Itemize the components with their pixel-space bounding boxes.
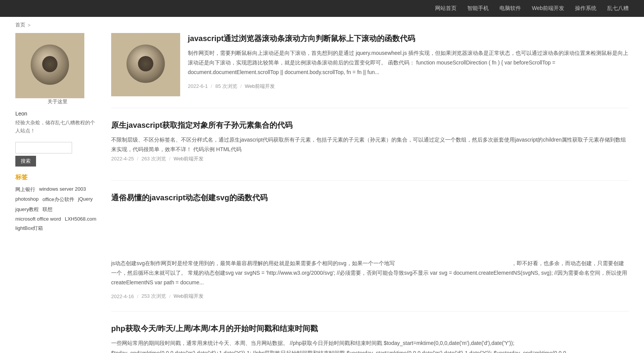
article-meta: 2022-4-16 / 253 次浏览 / Web前端开发 [111, 293, 629, 300]
article-title[interactable]: 原生javascript获取指定对象所有子孙元素集合的代码 [111, 120, 629, 130]
article-views: 85 次浏览 [215, 83, 237, 90]
sidebar-username: Leon [15, 111, 100, 117]
article-date: 2022-4-16 [111, 294, 134, 299]
article-title[interactable]: javascript通过浏览器滚动条滚动方向判断鼠标上下滚动的函数代码 [188, 33, 629, 44]
article-excerpt: js动态创建svg在制作网页时是经常使用到的，最简单最容易理解的用处就是如果需要… [111, 208, 629, 288]
sidebar-tag[interactable]: microsoft office word [15, 216, 61, 222]
article-category[interactable]: Web前端开发 [245, 83, 275, 90]
sidebar-tag[interactable]: photoshop [15, 196, 39, 203]
nav-item-software[interactable]: 电脑软件 [499, 5, 521, 12]
sidebar-tag[interactable]: jQuery [78, 196, 93, 203]
article-excerpt: 不限制层级、不区分标签名、不区分样式名，通过原生javascript代码获取所有… [111, 135, 629, 163]
article-content: 原生javascript获取指定对象所有子孙元素集合的代码 不限制层级、不区分标… [111, 120, 629, 169]
sidebar-tag[interactable]: lightBox灯箱 [15, 225, 43, 232]
article-date: 2022-4-25 [111, 154, 134, 163]
sidebar-tag[interactable]: 联想 [43, 206, 53, 213]
sidebar: 关于这里 Leon 经验大杂烩，储存乱七八糟教程的个人站点！ 搜索 标签 网上银… [15, 33, 100, 353]
tags-title: 标签 [15, 173, 100, 181]
article-category[interactable]: Web前端开发 [174, 154, 204, 163]
sidebar-avatar-label: 关于这里 [15, 98, 100, 105]
breadcrumb-home[interactable]: 首页 [15, 21, 25, 28]
search-button[interactable]: 搜索 [15, 156, 36, 167]
meta-sep1: / [137, 154, 138, 163]
articles-list: javascript通过浏览器滚动条滚动方向判断鼠标上下滚动的函数代码 制作网页… [111, 33, 629, 353]
nav-item-home[interactable]: 网站首页 [435, 5, 457, 12]
article-meta: 2022-4-25 / 263 次浏览 / Web前端开发 [111, 154, 629, 163]
sidebar-search-area: 搜索 [15, 142, 100, 167]
article-content: 通俗易懂的javascript动态创建svg的函数代码 js动态创建svg在制作… [111, 192, 629, 300]
article-item: javascript通过浏览器滚动条滚动方向判断鼠标上下滚动的函数代码 制作网页… [111, 33, 629, 108]
article-excerpt: 制作网页时，需要判断鼠标向上滚动还是向下滚动，首先想到的是通过 jquery.m… [188, 48, 629, 78]
article-thumbnail [111, 33, 180, 96]
breadcrumb: 首页 > [0, 17, 644, 33]
article-thumb-img [111, 33, 180, 96]
meta-sep1: / [137, 294, 138, 299]
nav-item-misc[interactable]: 乱七八糟 [607, 5, 629, 12]
meta-sep1: / [211, 83, 212, 89]
top-nav: 网站首页 智能手机 电脑软件 Web前端开发 操作系统 乱七八糟 [0, 0, 644, 17]
article-views: 263 次浏览 [141, 154, 166, 163]
nav-item-webdev[interactable]: Web前端开发 [532, 5, 564, 12]
article-category[interactable]: Web前端开发 [174, 293, 204, 300]
meta-sep2: / [169, 294, 171, 299]
breadcrumb-sep: > [28, 22, 31, 28]
article-views: 253 次浏览 [141, 293, 166, 300]
meta-sep2: / [169, 154, 171, 163]
article-excerpt: 一些网站常用的期间段时间戳，通常用来统计今天、本周、当月网站数据。 //php获… [111, 338, 629, 353]
nav-item-os[interactable]: 操作系统 [575, 5, 596, 12]
meta-sep2: / [240, 83, 242, 89]
article-meta: 2022-6-1 / 85 次浏览 / Web前端开发 [188, 83, 629, 90]
sidebar-tag[interactable]: windows server 2003 [39, 186, 86, 193]
article-item: 通俗易懂的javascript动态创建svg的函数代码 js动态创建svg在制作… [111, 192, 629, 312]
article-content: javascript通过浏览器滚动条滚动方向判断鼠标上下滚动的函数代码 制作网页… [188, 33, 629, 96]
sidebar-tag[interactable]: LXH5068.com [65, 216, 96, 222]
tags-container: 网上银行windows server 2003photoshopoffice办公… [15, 186, 100, 232]
article-title[interactable]: 通俗易懂的javascript动态创建svg的函数代码 [111, 192, 629, 203]
article-item: php获取今天/昨天/上周/本周/本月的开始时间戳和结束时间戳 一些网站常用的期… [111, 323, 629, 353]
sidebar-tag[interactable]: jquery教程 [15, 206, 39, 213]
main-container: 关于这里 Leon 经验大杂烩，储存乱七八糟教程的个人站点！ 搜索 标签 网上银… [0, 33, 644, 353]
article-date: 2022-6-1 [188, 83, 208, 89]
sidebar-avatar-image [15, 33, 84, 98]
sidebar-desc: 经验大杂烩，储存乱七八糟教程的个人站点！ [15, 119, 100, 135]
nav-item-smartphone[interactable]: 智能手机 [467, 5, 489, 12]
article-content: php获取今天/昨天/上周/本周/本月的开始时间戳和结束时间戳 一些网站常用的期… [111, 323, 629, 353]
article-item: 原生javascript获取指定对象所有子孙元素集合的代码 不限制层级、不区分标… [111, 120, 629, 181]
search-input[interactable] [15, 142, 72, 153]
sidebar-tag[interactable]: office办公软件 [43, 196, 74, 203]
article-title[interactable]: php获取今天/昨天/上周/本周/本月的开始时间戳和结束时间戳 [111, 323, 629, 334]
sidebar-tag[interactable]: 网上银行 [15, 186, 35, 193]
